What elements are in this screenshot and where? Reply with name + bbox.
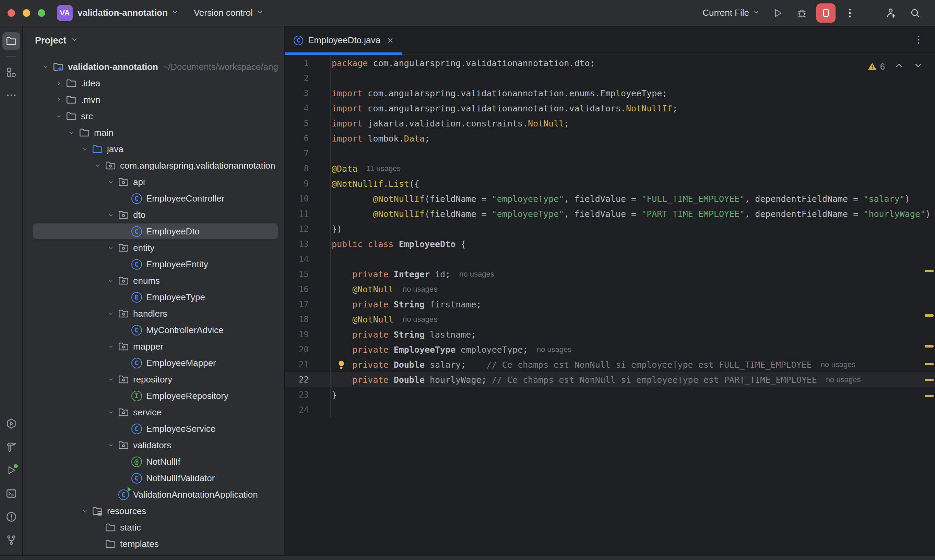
tool-window-button-git[interactable] <box>2 531 20 549</box>
line-number[interactable]: 24 <box>285 405 309 415</box>
line-number[interactable]: 21 <box>285 360 309 369</box>
tree-item-validationannotationapplication[interactable]: CValidationAnnotationApplication <box>23 486 284 503</box>
code-text[interactable]: package com.angularspring.validationanno… <box>330 55 935 71</box>
code-line[interactable]: 10 @NotNullIf(fieldName = "employeeType"… <box>285 191 935 206</box>
code-line[interactable]: 5import jakarta.validation.constraints.N… <box>285 116 935 131</box>
code-line[interactable]: 6import lombok.Data; <box>285 131 935 146</box>
code-editor[interactable]: 1package com.angularspring.validationann… <box>285 55 935 555</box>
close-window-button[interactable] <box>8 9 15 17</box>
chevron-down-icon[interactable] <box>104 272 117 289</box>
line-number[interactable]: 7 <box>285 149 309 158</box>
usages-inlay-hint[interactable]: 11 usages <box>366 164 401 173</box>
gutter[interactable] <box>309 327 330 342</box>
code-line[interactable]: 8@Data11 usages <box>285 161 935 176</box>
code-line[interactable]: 20 private EmployeeType employeeType;no … <box>285 342 935 357</box>
gutter[interactable] <box>309 55 330 71</box>
warning-stripe-mark[interactable] <box>925 345 933 348</box>
gutter[interactable] <box>309 357 330 372</box>
usages-inlay-hint[interactable]: no usages <box>821 360 856 369</box>
code-line[interactable]: 4import com.angularspring.validationanno… <box>285 101 935 116</box>
warning-stripe-mark[interactable] <box>925 270 933 272</box>
code-line[interactable]: 11 @NotNullIf(fieldName = "employeeType"… <box>285 206 935 222</box>
search-everywhere-button[interactable] <box>906 3 925 23</box>
code-line[interactable]: 21 private Double salary; // Ce champs e… <box>285 357 935 372</box>
chevron-down-icon[interactable] <box>65 125 78 141</box>
editor-options-icon[interactable] <box>913 34 924 47</box>
error-stripe[interactable] <box>925 55 934 555</box>
code-text[interactable]: private Double salary; // Ce champs est … <box>330 357 935 372</box>
gutter[interactable] <box>309 282 330 297</box>
code-line[interactable]: 7 <box>285 146 935 161</box>
code-text[interactable]: private String firstname; <box>330 297 935 312</box>
chevron-down-icon[interactable] <box>104 437 117 454</box>
code-line[interactable]: 23} <box>285 387 935 402</box>
run-configuration-selector[interactable]: Current File <box>702 8 760 18</box>
tool-window-button-build[interactable] <box>2 438 20 456</box>
tool-window-button-problems[interactable] <box>2 508 20 526</box>
vcs-widget[interactable]: Version control <box>194 8 264 18</box>
close-tab-icon[interactable]: × <box>387 35 393 46</box>
line-number[interactable]: 3 <box>285 88 309 98</box>
chevron-down-icon[interactable] <box>91 157 104 174</box>
gutter[interactable] <box>309 222 330 237</box>
tree-item-src[interactable]: src <box>23 108 284 125</box>
gutter[interactable] <box>309 116 330 131</box>
code-text[interactable]: private String lastname; <box>330 327 935 342</box>
zoom-window-button[interactable] <box>38 9 45 17</box>
line-number[interactable]: 20 <box>285 345 309 354</box>
tree-item-employeecontroller[interactable]: CEmployeeController <box>23 190 284 207</box>
debug-button[interactable] <box>792 3 812 23</box>
gutter[interactable] <box>309 312 330 327</box>
code-text[interactable]: @NotNullIf(fieldName = "employeeType", f… <box>330 191 935 206</box>
usages-inlay-hint[interactable]: no usages <box>403 285 438 294</box>
tree-item-mapper[interactable]: mapper <box>23 338 284 355</box>
usages-inlay-hint[interactable]: no usages <box>459 270 494 278</box>
code-text[interactable] <box>330 252 935 267</box>
gutter[interactable] <box>309 131 330 146</box>
tool-window-button-run[interactable] <box>2 461 20 479</box>
warning-stripe-mark[interactable] <box>925 314 933 317</box>
code-text[interactable]: import com.angularspring.validationannot… <box>330 101 935 116</box>
tree-item-mycontrolleradvice[interactable]: CMyControllerAdvice <box>23 322 284 338</box>
code-line[interactable]: 16 @NotNullno usages <box>285 282 935 297</box>
line-number[interactable]: 11 <box>285 209 309 218</box>
warning-stripe-mark[interactable] <box>925 363 933 365</box>
chevron-right-icon[interactable] <box>52 91 65 108</box>
usages-inlay-hint[interactable]: no usages <box>403 315 438 324</box>
stop-button[interactable] <box>816 3 836 23</box>
code-text[interactable] <box>330 402 935 417</box>
chevron-down-icon[interactable] <box>104 404 117 420</box>
gutter[interactable] <box>309 237 330 252</box>
code-text[interactable]: public class EmployeeDto { <box>330 237 935 252</box>
code-line[interactable]: 12}) <box>285 222 935 237</box>
tree-item-employeerepository[interactable]: IEmployeeRepository <box>23 388 284 404</box>
line-number[interactable]: 8 <box>285 164 309 174</box>
line-number[interactable]: 17 <box>285 300 309 309</box>
warning-stripe-mark[interactable] <box>925 379 933 381</box>
tree-item--idea[interactable]: .idea <box>23 75 284 91</box>
line-number[interactable]: 18 <box>285 315 309 324</box>
tool-window-button-services[interactable] <box>2 415 20 432</box>
code-line[interactable]: 2 <box>285 71 935 86</box>
chevron-down-icon[interactable] <box>104 240 117 256</box>
code-text[interactable]: import jakarta.validation.constraints.No… <box>330 116 935 131</box>
line-number[interactable]: 13 <box>285 239 309 249</box>
tree-item-entity[interactable]: entity <box>23 240 284 256</box>
project-switcher[interactable]: validation-annotation <box>77 8 179 18</box>
usages-inlay-hint[interactable]: no usages <box>537 345 572 354</box>
gutter[interactable] <box>309 71 330 86</box>
tree-item-repository[interactable]: repository <box>23 371 284 388</box>
code-text[interactable]: private EmployeeType employeeType;no usa… <box>330 342 935 357</box>
tree-item-employeemapper[interactable]: CEmployeeMapper <box>23 355 284 371</box>
chevron-down-icon[interactable] <box>104 371 117 388</box>
code-line[interactable]: 19 private String lastname; <box>285 327 935 342</box>
line-number[interactable]: 2 <box>285 73 309 83</box>
line-number[interactable]: 15 <box>285 269 309 279</box>
intention-bulb-icon[interactable] <box>336 360 346 370</box>
code-line[interactable]: 14 <box>285 252 935 267</box>
more-actions-button[interactable] <box>840 3 859 23</box>
chevron-down-icon[interactable] <box>104 338 117 355</box>
line-number[interactable]: 19 <box>285 330 309 339</box>
tree-item-validators[interactable]: validators <box>23 437 284 454</box>
gutter[interactable] <box>309 252 330 267</box>
